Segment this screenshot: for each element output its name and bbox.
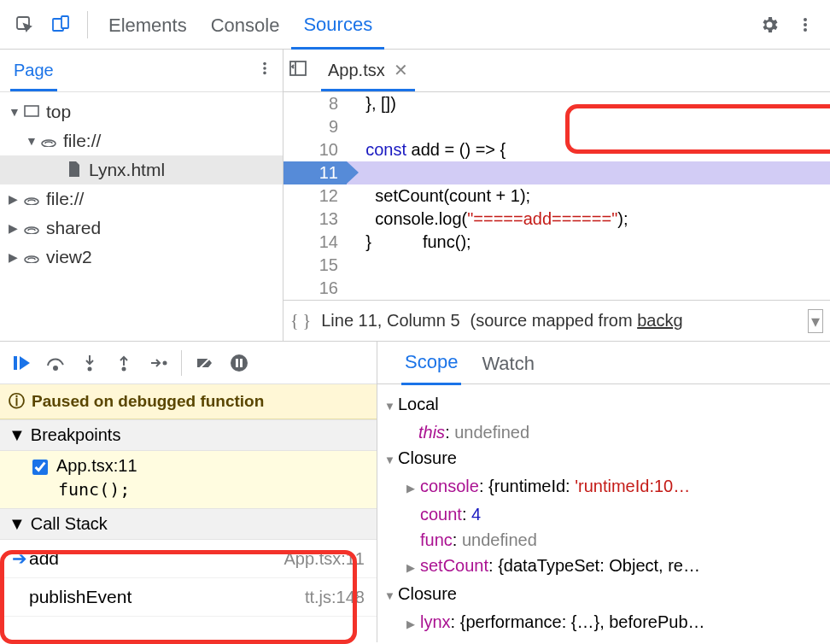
breakpoint-code: func(); bbox=[32, 479, 368, 500]
scope-setcount[interactable]: ▶setCount: {dataTypeSet: Object, re… bbox=[384, 553, 821, 581]
tab-watch[interactable]: Watch bbox=[478, 342, 538, 384]
svg-point-15 bbox=[163, 360, 167, 365]
svg-point-4 bbox=[804, 23, 807, 26]
step-out-icon[interactable] bbox=[108, 347, 140, 379]
page-more-icon[interactable] bbox=[257, 61, 272, 80]
pause-exc-icon[interactable] bbox=[223, 347, 255, 379]
nav-toggle-icon[interactable] bbox=[289, 59, 307, 82]
svg-point-3 bbox=[804, 18, 807, 21]
file-tree: ▼top ▼file:// Lynx.html ▶file:// ▶shared… bbox=[0, 92, 283, 272]
tree-lynx[interactable]: Lynx.html bbox=[0, 155, 283, 184]
stack-frame[interactable]: publishEventtt.js:148 bbox=[0, 578, 377, 617]
tree-view2[interactable]: ▶view2 bbox=[0, 243, 283, 272]
devtools-topbar: Elements Console Sources bbox=[0, 0, 830, 50]
svg-point-8 bbox=[263, 72, 266, 75]
step-icon[interactable] bbox=[142, 347, 174, 379]
debugger-panel: ⓘ Paused on debugged function ▼Breakpoin… bbox=[0, 342, 377, 642]
scope-panel: Scope Watch ▼Local this: undefined ▼Clos… bbox=[377, 342, 830, 642]
tab-scope[interactable]: Scope bbox=[401, 340, 461, 385]
debugger-toolbar bbox=[0, 342, 377, 384]
paused-banner: ⓘ Paused on debugged function bbox=[0, 384, 377, 419]
scope-func[interactable]: func: undefined bbox=[384, 527, 821, 553]
tab-sources[interactable]: Sources bbox=[291, 0, 384, 50]
settings-icon[interactable] bbox=[751, 7, 787, 43]
coverage-icon[interactable]: ▾ bbox=[808, 309, 823, 333]
breakpoints-header[interactable]: ▼Breakpoints bbox=[0, 419, 377, 451]
info-icon: ⓘ bbox=[9, 390, 25, 413]
svg-rect-11 bbox=[14, 356, 17, 370]
svg-rect-10 bbox=[290, 61, 306, 75]
close-icon[interactable]: ✕ bbox=[394, 60, 408, 80]
editor-footer: { } Line 11, Column 5 (source mapped fro… bbox=[283, 300, 830, 341]
more-icon[interactable] bbox=[787, 7, 823, 43]
breakpoint-item[interactable]: App.tsx:11 func(); bbox=[0, 451, 377, 508]
scope-this[interactable]: this: undefined bbox=[384, 419, 821, 445]
stack-frame[interactable]: ➔addApp.tsx:11 bbox=[0, 540, 377, 578]
tree-file1[interactable]: ▼file:// bbox=[0, 126, 283, 155]
page-panel: Page ▼top ▼file:// Lynx.html ▶file:// ▶s… bbox=[0, 50, 283, 341]
tree-top[interactable]: ▼top bbox=[0, 97, 283, 126]
scope-console[interactable]: ▶console: {runtimeId: 'runtimeId:10… bbox=[384, 473, 821, 501]
svg-point-13 bbox=[88, 366, 92, 371]
tree-file2[interactable]: ▶file:// bbox=[0, 184, 283, 214]
callstack-header[interactable]: ▼Call Stack bbox=[0, 508, 377, 540]
step-into-icon[interactable] bbox=[73, 347, 106, 379]
editor: App.tsx✕ 8910 11 1213141516 }, []) const… bbox=[283, 50, 830, 341]
svg-point-7 bbox=[263, 67, 266, 70]
sourcemap-link[interactable]: backg bbox=[637, 311, 682, 330]
inspect-icon[interactable] bbox=[7, 7, 43, 43]
svg-point-14 bbox=[122, 366, 126, 371]
svg-point-5 bbox=[804, 28, 807, 32]
svg-rect-9 bbox=[25, 106, 38, 116]
editor-tab-app[interactable]: App.tsx✕ bbox=[321, 50, 415, 91]
gutter[interactable]: 8910 11 1213141516 bbox=[283, 92, 347, 300]
scope-count[interactable]: count: 4 bbox=[384, 501, 821, 527]
current-line: 11 func(); bbox=[347, 161, 830, 184]
tree-shared[interactable]: ▶shared bbox=[0, 214, 283, 243]
page-tab[interactable]: Page bbox=[10, 50, 57, 91]
device-toggle-icon[interactable] bbox=[43, 7, 79, 43]
step-over-icon[interactable] bbox=[39, 347, 72, 379]
svg-point-12 bbox=[54, 366, 57, 370]
pretty-print-icon[interactable]: { } bbox=[290, 311, 311, 331]
svg-rect-17 bbox=[236, 359, 238, 367]
svg-point-6 bbox=[263, 62, 266, 66]
scope-closure[interactable]: ▼Closure bbox=[384, 445, 821, 473]
svg-rect-2 bbox=[61, 16, 68, 28]
tab-console[interactable]: Console bbox=[199, 0, 292, 50]
scope-local[interactable]: ▼Local bbox=[384, 391, 821, 419]
tab-elements[interactable]: Elements bbox=[96, 0, 199, 50]
breakpoint-checkbox[interactable] bbox=[32, 460, 48, 475]
deactivate-bp-icon[interactable] bbox=[189, 347, 221, 379]
cursor-position: Line 11, Column 5 bbox=[321, 311, 459, 331]
code[interactable]: }, []) const add = () => { 11 func(); se… bbox=[347, 92, 830, 300]
scope-closure2[interactable]: ▼Closure bbox=[384, 581, 821, 609]
scope-lynx[interactable]: ▶lynx: {performance: {…}, beforePub… bbox=[384, 609, 821, 637]
resume-icon[interactable] bbox=[5, 347, 38, 379]
svg-rect-18 bbox=[240, 359, 243, 367]
svg-point-16 bbox=[231, 354, 248, 372]
